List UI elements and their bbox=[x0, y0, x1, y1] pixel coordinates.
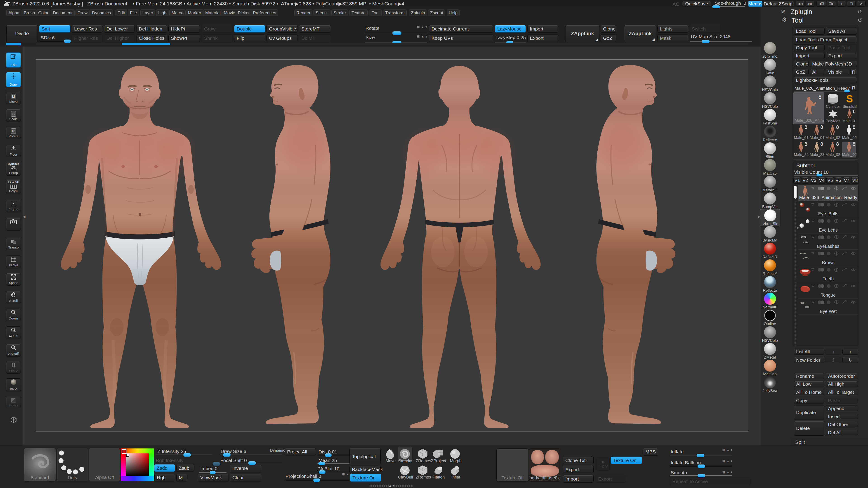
svg-text:Male_026_Anima: Male_026_Anima bbox=[795, 118, 825, 123]
svg-text:8: 8 bbox=[818, 94, 822, 100]
svg-text:+: + bbox=[12, 311, 13, 313]
svg-text:1: 1 bbox=[12, 329, 13, 331]
svg-text:2: 2 bbox=[12, 346, 13, 349]
